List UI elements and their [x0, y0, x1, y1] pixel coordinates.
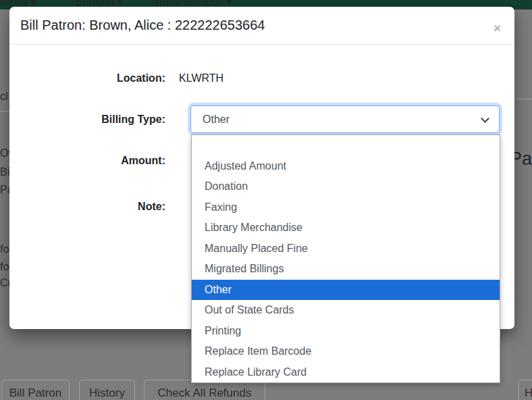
dimmed-page-right-fragments: Pay [514, 9, 532, 400]
billing-type-select[interactable]: Other [190, 105, 500, 133]
billing-type-label: Billing Type: [9, 105, 165, 133]
dropdown-option-blank[interactable] [192, 135, 500, 156]
bg-text-fragment: Pa [0, 184, 9, 196]
billing-type-dropdown-list: Adjusted Amount Donation Faxing Library … [191, 134, 500, 383]
note-label: Note: [9, 201, 165, 213]
dialog-title: Bill Patron: Brown, Alice : 222222653664 [20, 18, 265, 33]
bg-text-fragment: Cre [0, 277, 9, 289]
bg-text-fragment: fo [0, 243, 9, 255]
dropdown-option[interactable]: Migrated Billings [192, 259, 500, 280]
dropdown-option[interactable]: Faxing [192, 197, 500, 218]
bg-text-fragment: Ow [0, 147, 9, 159]
billing-type-row: Billing Type: Other [9, 105, 514, 133]
dropdown-option[interactable]: Manually Placed Fine [192, 239, 500, 259]
dropdown-option[interactable]: Out of State Cards [192, 300, 500, 321]
bg-text-fragment: cl [0, 91, 8, 103]
close-icon[interactable]: × [494, 22, 501, 34]
dropdown-option[interactable]: Adjusted Amount [192, 156, 500, 177]
dialog-header: Bill Patron: Brown, Alice : 222222653664… [9, 7, 514, 45]
dropdown-option[interactable]: Printing [192, 321, 500, 342]
amount-label: Amount: [9, 155, 165, 167]
dropdown-option-selected[interactable]: Other [192, 280, 500, 301]
bg-text-fragment: fo [0, 261, 9, 273]
history-button[interactable]: History [79, 380, 135, 400]
bg-divider [514, 99, 532, 99]
bg-text-fragment: Bil [0, 166, 9, 178]
bill-patron-button[interactable]: Bill Patron [1, 380, 70, 400]
dropdown-option[interactable]: Donation [192, 176, 500, 197]
dropdown-option[interactable]: Library Merchandise [192, 218, 500, 239]
location-value: KLWRTH [179, 72, 223, 84]
dropdown-option[interactable]: Replace Library Card [192, 362, 500, 383]
dimmed-page-left-fragments: cl Ow Bil Pa fo fo Cre [0, 9, 9, 400]
billing-type-selected-value: Other [203, 114, 230, 126]
chevron-down-icon [481, 114, 489, 123]
partial-right-button[interactable]: H [518, 380, 532, 400]
bg-pay-heading-fragment: Pay [514, 149, 532, 170]
location-row: Location: KLWRTH [9, 72, 514, 84]
dropdown-option[interactable]: Replace Item Barcode [192, 341, 500, 362]
location-label: Location: [9, 72, 165, 84]
bg-divider [0, 111, 9, 111]
